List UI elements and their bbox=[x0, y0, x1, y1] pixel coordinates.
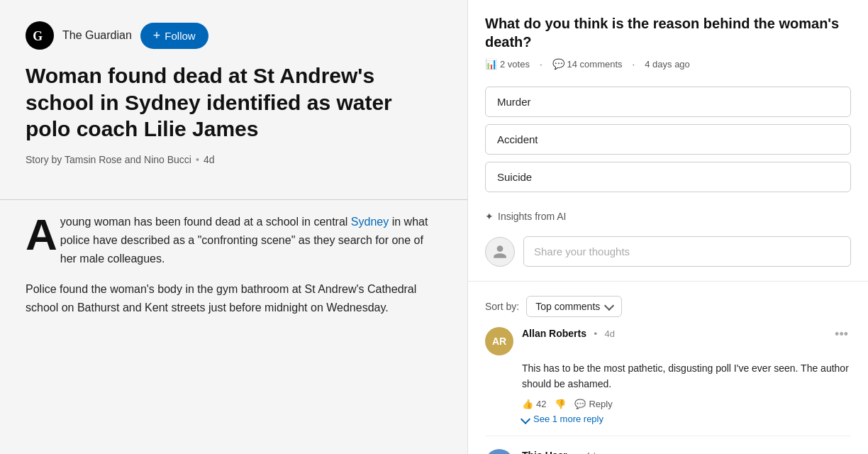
poll-option-suicide[interactable]: Suicide bbox=[485, 162, 851, 192]
comment-meta: Allan Roberts • 4d bbox=[522, 327, 823, 340]
reply-chat-icon: 💬 bbox=[574, 399, 586, 409]
thumbs-down-icon: 👎 bbox=[555, 399, 566, 409]
comment-item-2: TU This User • 4d ••• bbox=[485, 449, 851, 454]
poll-separator: · bbox=[540, 59, 542, 70]
reply-button[interactable]: 💬 Reply bbox=[574, 399, 612, 409]
follow-label: Follow bbox=[165, 30, 195, 42]
poll-option-murder[interactable]: Murder bbox=[485, 87, 851, 117]
comment-author: Allan Roberts bbox=[522, 328, 586, 339]
poll-stats: 📊 2 votes · 💬 14 comments · 4 days ago bbox=[485, 58, 851, 70]
poll-question: What do you think is the reason behind t… bbox=[485, 14, 851, 51]
article-meta: Story by Tamsin Rose and Nino Bucci • 4d bbox=[26, 154, 442, 165]
poll-options: Murder Accident Suicide bbox=[468, 87, 868, 192]
body-p1-rest: young woman has been found dead at a sch… bbox=[60, 216, 348, 228]
publisher-row: G The Guardian + Follow bbox=[26, 21, 442, 50]
comment-meta-2: This User • 4d bbox=[522, 449, 823, 454]
insights-row: ✦ Insights from AI bbox=[468, 205, 868, 231]
see-more-reply-button[interactable]: See 1 more reply bbox=[485, 414, 603, 424]
sydney-link[interactable]: Sydney bbox=[351, 216, 389, 228]
article-body: Ayoung woman has been found dead at a sc… bbox=[0, 213, 467, 350]
comment-time-value-2: 4d bbox=[585, 450, 595, 454]
comment-author-2: This User bbox=[522, 450, 567, 454]
sort-label: Sort by: bbox=[485, 301, 519, 312]
comment-section: AR Allan Roberts • 4d ••• This has to be… bbox=[468, 327, 868, 454]
article-time: 4d bbox=[204, 154, 215, 165]
article-paragraph-1: Ayoung woman has been found dead at a sc… bbox=[26, 213, 442, 269]
article-top-bar: G The Guardian + Follow Woman found dead… bbox=[0, 0, 467, 187]
poll-time: 4 days ago bbox=[645, 59, 690, 70]
user-icon bbox=[492, 244, 508, 260]
article-paragraph-2: Police found the woman's body in the gym… bbox=[26, 280, 442, 318]
sort-row: Sort by: Top comments bbox=[468, 290, 868, 327]
poll-time-separator: · bbox=[633, 59, 635, 70]
user-avatar bbox=[485, 237, 515, 267]
poll-comments: 💬 14 comments bbox=[552, 58, 623, 70]
poll-option-accident[interactable]: Accident bbox=[485, 124, 851, 155]
article-byline: Story by Tamsin Rose and Nino Bucci bbox=[26, 154, 191, 165]
guardian-icon: G bbox=[30, 26, 49, 45]
publisher-logo: G bbox=[26, 21, 54, 50]
sort-value: Top comments bbox=[535, 301, 600, 312]
comment-more-button-2[interactable]: ••• bbox=[832, 449, 851, 454]
plus-icon: + bbox=[153, 28, 161, 43]
comment-actions: 👍 42 👎 💬 Reply bbox=[485, 399, 851, 409]
comment-time-value: 4d bbox=[604, 328, 614, 339]
chevron-down-icon bbox=[604, 300, 614, 310]
thumbs-up-icon: 👍 bbox=[522, 399, 533, 409]
comment-text: This has to be the most pathetic, disgus… bbox=[485, 361, 851, 392]
publisher-name: The Guardian bbox=[62, 29, 132, 42]
chevron-down-icon bbox=[521, 414, 530, 424]
like-button[interactable]: 👍 42 bbox=[522, 399, 546, 409]
ai-sparkle-icon: ✦ bbox=[485, 211, 494, 222]
follow-button[interactable]: + Follow bbox=[140, 23, 208, 49]
comments-divider bbox=[468, 281, 868, 282]
drop-cap: A bbox=[26, 218, 57, 252]
comment-more-button[interactable]: ••• bbox=[832, 327, 851, 342]
right-panel: What do you think is the reason behind t… bbox=[468, 0, 868, 454]
comment-item: AR Allan Roberts • 4d ••• This has to be… bbox=[485, 327, 851, 436]
meta-dot: • bbox=[196, 154, 199, 165]
poll-votes: 📊 2 votes bbox=[485, 58, 530, 70]
comment-header-2: TU This User • 4d ••• bbox=[485, 449, 851, 454]
reply-label: Reply bbox=[589, 399, 612, 409]
see-more-label: See 1 more reply bbox=[533, 414, 603, 424]
sort-dropdown[interactable]: Top comments bbox=[526, 296, 622, 317]
share-thoughts-row: Share your thoughts bbox=[468, 231, 868, 281]
comment-avatar-ar: AR bbox=[485, 327, 513, 355]
comment-header: AR Allan Roberts • 4d ••• bbox=[485, 327, 851, 355]
votes-icon: 📊 bbox=[485, 58, 497, 70]
article-divider bbox=[0, 199, 467, 200]
poll-header: What do you think is the reason behind t… bbox=[468, 0, 868, 87]
left-panel: G The Guardian + Follow Woman found dead… bbox=[0, 0, 468, 454]
insights-label: Insights from AI bbox=[498, 211, 566, 222]
comment-time-2: • bbox=[574, 450, 578, 454]
svg-text:G: G bbox=[33, 29, 43, 43]
like-count: 42 bbox=[536, 399, 546, 409]
comment-time: • bbox=[594, 328, 597, 339]
article-title: Woman found dead at St Andrew's school i… bbox=[26, 62, 442, 143]
dislike-button[interactable]: 👎 bbox=[555, 399, 566, 409]
comment-icon: 💬 bbox=[552, 58, 564, 70]
comment-avatar-tu: TU bbox=[485, 449, 513, 454]
share-thoughts-input[interactable]: Share your thoughts bbox=[523, 236, 851, 267]
